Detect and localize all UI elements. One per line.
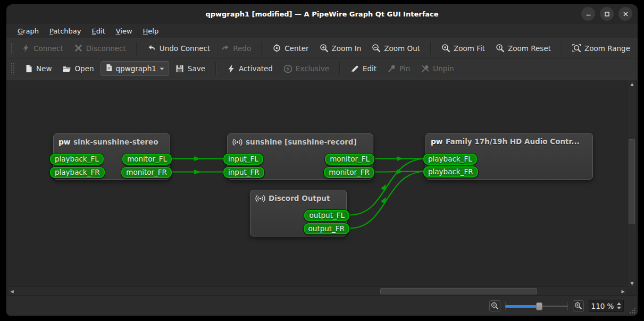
disconnect-label: Disconnect (86, 44, 126, 53)
toolbar-separator (561, 42, 562, 55)
menu-edit[interactable]: Edit (87, 26, 110, 37)
slider-fill (505, 305, 539, 308)
open-label: Open (74, 64, 94, 73)
scroll-left-arrow[interactable]: ◀ (8, 288, 16, 295)
open-button[interactable]: Open (58, 62, 98, 76)
current-patchbay-label: qpwgraph1 (116, 64, 156, 73)
slider-handle[interactable] (536, 302, 542, 310)
graph-canvas[interactable]: pw sink-sunshine-stereo playback_FL play… (7, 80, 637, 296)
app-window: qpwgraph1 [modified] — A PipeWire Graph … (6, 4, 638, 316)
node-sunshine[interactable]: sunshine [sunshine-record] input_FL inpu… (227, 133, 373, 180)
redo-icon (221, 44, 230, 53)
port-monitor_FR[interactable]: monitor_FR (324, 167, 374, 178)
connect-label: Connect (34, 44, 63, 53)
zoom-out-button[interactable]: Zoom Out (367, 41, 424, 55)
scroll-right-arrow[interactable]: ▶ (619, 288, 627, 295)
menu-graph[interactable]: Graph (13, 26, 44, 37)
edit-label: Edit (363, 64, 377, 73)
disconnect-icon (74, 44, 83, 53)
node-title-text: sunshine [sunshine-record] (246, 138, 357, 146)
scroll-up-arrow[interactable]: ▲ (628, 80, 636, 88)
port-monitor_FL[interactable]: monitor_FL (325, 154, 374, 165)
unpin-label: Unpin (433, 64, 454, 73)
pin-label: Pin (399, 64, 410, 73)
activated-button[interactable]: Activated (222, 62, 277, 76)
spin-up-arrow[interactable] (617, 302, 621, 305)
zoom-fit-label: Zoom Fit (454, 44, 485, 53)
center-button[interactable]: Center (268, 41, 313, 55)
minimize-icon (586, 11, 591, 17)
zoom-in-label: Zoom In (332, 44, 362, 53)
zoom-range-icon (572, 44, 581, 53)
port-playback_FL[interactable]: playback_FL (50, 154, 104, 165)
menu-patchbay[interactable]: Patchbay (45, 26, 86, 37)
pin-button[interactable]: Pin (383, 62, 414, 76)
zoom-reset-button[interactable]: Zoom Reset (491, 41, 555, 55)
new-label: New (36, 64, 52, 73)
redo-button[interactable]: Redo (216, 41, 255, 55)
zoom-reset-icon (496, 44, 505, 53)
zoom-slider[interactable] (505, 301, 568, 311)
scroll-down-arrow[interactable]: ▼ (628, 280, 636, 288)
port-monitor_FR[interactable]: monitor_FR (121, 167, 172, 178)
vertical-scroll-thumb[interactable] (629, 139, 635, 224)
undo-icon (147, 44, 156, 53)
toolbar-separator (339, 62, 340, 75)
port-monitor_FL[interactable]: monitor_FL (122, 154, 172, 165)
port-output_FR[interactable]: output_FR (304, 223, 349, 234)
graph-viewport[interactable]: pw sink-sunshine-stereo playback_FL play… (8, 80, 627, 286)
toolbar-drag-handle[interactable] (11, 63, 14, 74)
titlebar[interactable]: qpwgraph1 [modified] — A PipeWire Graph … (6, 4, 638, 24)
save-button[interactable]: Save (171, 62, 210, 76)
node-sink-sunshine-stereo[interactable]: pw sink-sunshine-stereo playback_FL play… (53, 133, 170, 180)
port-input_FL[interactable]: input_FL (223, 154, 263, 165)
maximize-button[interactable] (600, 7, 614, 21)
new-file-icon (24, 64, 33, 73)
connect-button[interactable]: Connect (17, 41, 68, 55)
zoom-spinbox[interactable]: 110 % (589, 300, 624, 312)
close-button[interactable] (618, 7, 632, 21)
pin-icon (387, 64, 396, 73)
node-title: Discord Output (250, 190, 346, 202)
window-title: qpwgraph1 [modified] — A PipeWire Graph … (6, 10, 638, 18)
save-icon (175, 64, 185, 73)
toolbar-drag-handle[interactable] (11, 43, 12, 54)
port-output_FL[interactable]: output_FL (304, 210, 349, 221)
redo-label: Redo (233, 44, 251, 53)
minimize-button[interactable] (581, 7, 595, 21)
port-input_FR[interactable]: input_FR (223, 167, 264, 178)
node-family-hd-audio[interactable]: pw Family 17h/19h HD Audio Contr... play… (425, 133, 593, 180)
exclusive-button[interactable]: Exclusive (279, 62, 333, 76)
horizontal-scrollbar[interactable]: ◀ ▶ (8, 286, 627, 295)
connect-icon (21, 44, 30, 53)
zoom-range-button[interactable]: Zoom Range (568, 41, 634, 55)
port-playback_FR[interactable]: playback_FR (50, 167, 105, 178)
connection-outputFR-playbackFR[interactable] (350, 172, 425, 229)
save-label: Save (188, 64, 205, 73)
zoom-fit-button[interactable]: Zoom Fit (437, 41, 489, 55)
menu-help[interactable]: Help (138, 26, 164, 37)
spin-down-arrow[interactable] (617, 307, 621, 309)
undo-connect-button[interactable]: Undo Connect (143, 41, 214, 55)
disconnect-button[interactable]: Disconnect (70, 41, 130, 55)
activated-bolt-icon (227, 64, 236, 73)
statusbar-zoom-in-button[interactable] (573, 300, 584, 311)
zoom-in-button[interactable]: Zoom In (315, 41, 366, 55)
zoom-out-icon (372, 44, 381, 53)
undo-label: Undo Connect (160, 44, 210, 53)
new-button[interactable]: New (20, 62, 56, 76)
statusbar-zoom-out-button[interactable] (489, 300, 500, 311)
menu-view[interactable]: View (111, 26, 137, 37)
resize-grip[interactable] (629, 307, 636, 314)
horizontal-scroll-thumb[interactable] (380, 288, 537, 294)
patchbay-file-icon (105, 64, 113, 73)
unpin-button[interactable]: Unpin (416, 62, 458, 76)
port-playback_FL[interactable]: playback_FL (423, 154, 477, 165)
patchbay-file-dropdown[interactable]: qpwgraph1 (101, 61, 169, 76)
port-playback_FR[interactable]: playback_FR (423, 166, 478, 178)
node-discord-output[interactable]: Discord Output output_FL output_FR (250, 190, 347, 236)
vertical-scrollbar[interactable]: ▲ ▼ (627, 80, 636, 288)
toolbar-separator (215, 62, 216, 75)
edit-button[interactable]: Edit (346, 62, 381, 76)
exclusive-label: Exclusive (296, 64, 329, 73)
